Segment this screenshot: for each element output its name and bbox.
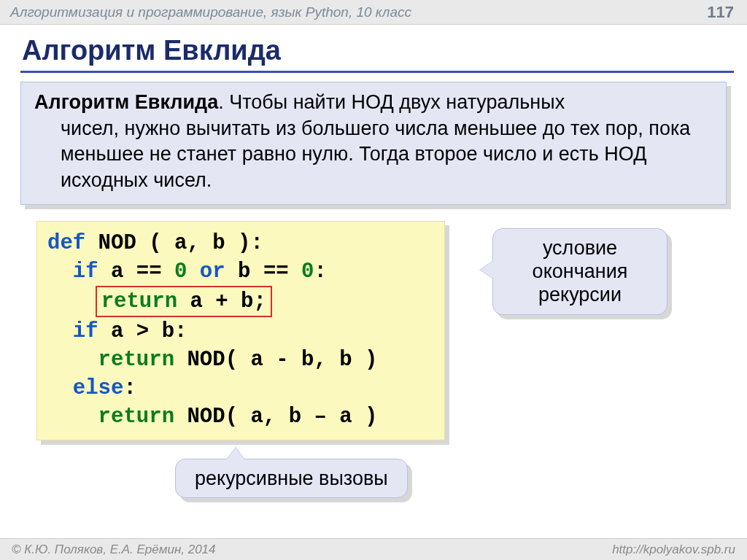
code-keyword-if: if	[47, 319, 98, 343]
code-keyword-return: return	[47, 348, 174, 372]
code-keyword-if: if	[47, 260, 98, 284]
code-area: def NOD ( a, b ): if a == 0 or b == 0: r…	[36, 221, 747, 441]
callout-line: рекурсии	[512, 283, 648, 306]
callout-line: окончания	[512, 260, 648, 283]
code-box: def NOD ( a, b ): if a == 0 or b == 0: r…	[36, 221, 445, 441]
code-text: a > b:	[98, 319, 187, 343]
title-underline	[20, 71, 734, 73]
callout-termination: условие окончания рекурсии	[492, 228, 667, 315]
callout-tail-icon	[227, 448, 244, 459]
footer-bar: © К.Ю. Поляков, Е.А. Ерёмин, 2014 http:/…	[0, 538, 747, 560]
definition-lead: Алгоритм Евклида	[34, 91, 218, 113]
callout-line: условие	[512, 236, 648, 260]
footer-copyright: © К.Ю. Поляков, Е.А. Ерёмин, 2014	[12, 542, 216, 557]
code-text: a + b;	[177, 289, 266, 314]
code-keyword-return: return	[101, 289, 177, 314]
code-text: NOD ( a, b ):	[85, 231, 263, 255]
definition-text-1: . Чтобы найти НОД двух натуральных	[218, 91, 565, 113]
footer-url: http://kpolyakov.spb.ru	[612, 542, 735, 557]
code-text: NOD( a - b, b )	[174, 348, 377, 372]
callout-text: рекурсивные вызовы	[195, 467, 388, 489]
page-number: 117	[707, 3, 734, 22]
code-text: ==	[123, 260, 161, 284]
code-text: NOD( a, b – a )	[174, 405, 377, 429]
code-keyword-return: return	[47, 405, 174, 429]
code-number: 0	[162, 260, 187, 284]
callout-recursive-calls: рекурсивные вызовы	[175, 459, 408, 498]
code-text: ==	[251, 260, 289, 284]
code-text: :	[123, 376, 136, 400]
code-number: 0	[289, 260, 314, 284]
definition-box: Алгоритм Евклида. Чтобы найти НОД двух н…	[20, 82, 727, 205]
header-bar: Алгоритмизация и программирование, язык …	[0, 0, 747, 25]
callout-tail-icon	[480, 261, 493, 279]
code-keyword-else: else	[47, 376, 123, 400]
header-subject: Алгоритмизация и программирование, язык …	[10, 4, 411, 20]
code-keyword-or: or	[187, 260, 225, 284]
code-keyword-def: def	[47, 231, 85, 255]
definition-text-2: чисел, нужно вычитать из большего числа …	[34, 116, 713, 194]
slide-title: Алгоритм Евклида	[22, 35, 747, 66]
code-text: a	[98, 260, 124, 284]
code-text: :	[314, 260, 327, 284]
code-text: b	[225, 260, 251, 284]
return-highlight-box: return a + b;	[96, 286, 272, 317]
